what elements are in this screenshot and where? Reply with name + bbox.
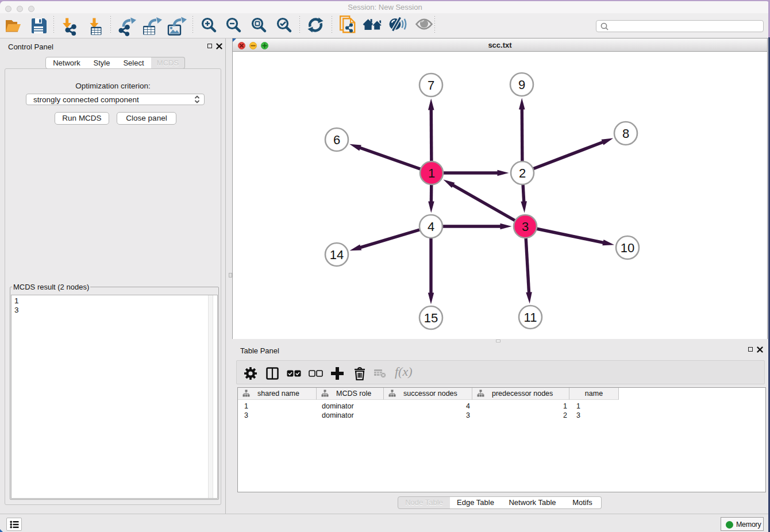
- svg-text:6: 6: [333, 133, 340, 147]
- svg-text:9: 9: [518, 78, 525, 92]
- svg-text:2: 2: [519, 166, 526, 180]
- svg-text:11: 11: [524, 310, 537, 325]
- svg-text:1: 1: [428, 166, 435, 180]
- svg-text:8: 8: [622, 126, 629, 141]
- svg-text:7: 7: [428, 78, 434, 92]
- svg-text:10: 10: [621, 241, 634, 255]
- svg-text:3: 3: [522, 219, 529, 234]
- svg-text:4: 4: [428, 219, 434, 234]
- svg-text:15: 15: [424, 311, 438, 325]
- svg-text:14: 14: [330, 248, 344, 262]
